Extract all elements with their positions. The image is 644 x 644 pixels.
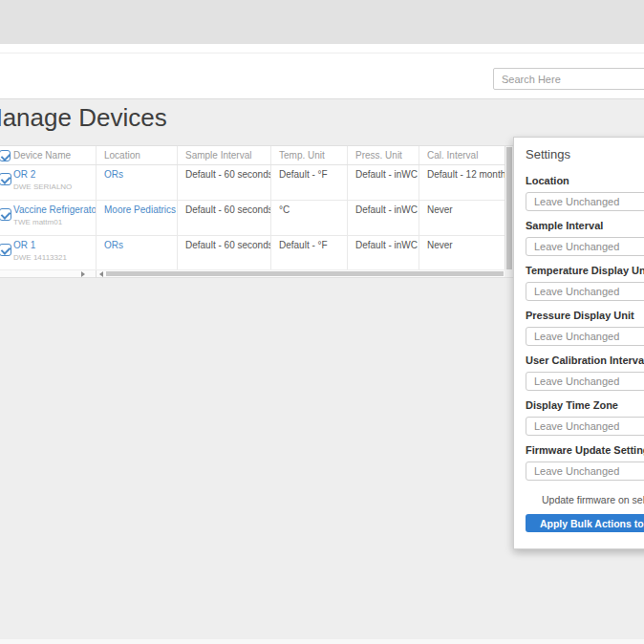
select-all-cell xyxy=(0,146,11,164)
device-serial: TWE mattm01 xyxy=(13,218,94,226)
row-select-cell xyxy=(0,236,11,270)
press-unit-value: Default - inWC xyxy=(347,201,419,235)
row-checkbox[interactable] xyxy=(0,208,11,221)
column-header-location[interactable]: Location xyxy=(96,146,177,164)
location-link[interactable]: Moore Pediatrics xyxy=(104,204,175,215)
table-row: Vaccine Refrigerator TWE mattm01 Moore P… xyxy=(0,201,513,236)
device-serial: DWE 14113321 xyxy=(13,253,94,262)
vertical-scrollbar-thumb[interactable] xyxy=(506,147,512,269)
table-row: OR 2 DWE SERIALNO ORs Default - 60 secon… xyxy=(0,165,513,201)
display-time-zone-select[interactable]: Leave Unchanged xyxy=(526,417,644,436)
firmware-update-settings-label: Firmware Update Settings xyxy=(526,444,644,456)
location-select[interactable]: Leave Unchanged xyxy=(526,192,644,211)
scroll-right-icon[interactable] xyxy=(81,271,85,277)
table-row: OR 1 DWE 14113321 ORs Default - 60 secon… xyxy=(0,236,513,271)
location-link[interactable]: ORs xyxy=(104,240,175,250)
temperature-display-unit-label: Temperature Display Unit xyxy=(526,265,644,276)
sample-interval-label: Sample Interval xyxy=(526,220,644,231)
cal-interval-value: Never xyxy=(419,201,504,235)
apply-bulk-actions-button[interactable]: Apply Bulk Actions to 3 Devices xyxy=(526,514,644,532)
pane-divider xyxy=(96,270,97,278)
display-time-zone-label: Display Time Zone xyxy=(526,399,644,411)
user-calibration-interval-label: User Calibration Interval xyxy=(526,354,644,366)
firmware-note: Update firmware on selected xyxy=(542,494,644,505)
device-name-link[interactable]: OR 2 xyxy=(13,169,94,180)
settings-panel: Settings Location Leave Unchanged Sample… xyxy=(513,137,644,549)
row-select-cell xyxy=(0,201,11,235)
settings-panel-title: Settings xyxy=(526,147,644,161)
search-input[interactable] xyxy=(493,68,644,90)
press-unit-value: Default - inWC xyxy=(347,165,419,200)
user-calibration-interval-select[interactable]: Leave Unchanged xyxy=(526,372,644,391)
scrollbar-corner xyxy=(504,269,513,277)
column-header-cal-interval[interactable]: Cal. Interval xyxy=(419,146,504,164)
column-header-sample-interval[interactable]: Sample Interval xyxy=(177,146,270,164)
device-name-link[interactable]: Vaccine Refrigerator xyxy=(13,204,94,215)
sample-interval-value: Default - 60 seconds xyxy=(177,201,270,235)
table-header-row: Device Name Location Sample Interval Tem… xyxy=(0,146,513,165)
location-link[interactable]: ORs xyxy=(104,169,175,180)
pressure-display-unit-select[interactable]: Leave Unchanged xyxy=(526,327,644,346)
scroll-left-icon[interactable] xyxy=(99,271,103,277)
page-title: Manage Devices xyxy=(0,103,167,132)
header-divider xyxy=(0,53,644,54)
column-header-device-name[interactable]: Device Name xyxy=(11,146,96,164)
temp-unit-value: °C xyxy=(270,201,347,235)
sample-interval-value: Default - 60 seconds xyxy=(177,165,270,200)
cal-interval-value: Default - 12 months xyxy=(419,165,504,200)
temp-unit-value: Default - °F xyxy=(270,236,347,270)
firmware-update-settings-select[interactable]: Leave Unchanged xyxy=(526,462,644,481)
column-header-press-unit[interactable]: Press. Unit xyxy=(347,146,419,164)
select-all-checkbox[interactable] xyxy=(0,150,11,161)
row-checkbox[interactable] xyxy=(0,244,11,256)
vertical-scrollbar[interactable] xyxy=(504,146,513,270)
temp-unit-value: Default - °F xyxy=(270,165,347,200)
column-header-temp-unit[interactable]: Temp. Unit xyxy=(270,146,347,164)
location-label: Location xyxy=(526,175,644,186)
sample-interval-value: Default - 60 seconds xyxy=(177,236,270,270)
device-name-link[interactable]: OR 1 xyxy=(13,240,94,250)
pressure-display-unit-label: Pressure Display Unit xyxy=(526,310,644,321)
devices-table: Device Name Location Sample Interval Tem… xyxy=(0,145,513,278)
sample-interval-select[interactable]: Leave Unchanged xyxy=(526,237,644,256)
temperature-display-unit-select[interactable]: Leave Unchanged xyxy=(526,282,644,301)
horizontal-scrollbar-thumb[interactable] xyxy=(106,271,504,276)
row-select-cell xyxy=(0,165,11,200)
bottom-strip xyxy=(0,639,644,644)
row-checkbox[interactable] xyxy=(0,173,11,185)
cal-interval-value: Never xyxy=(419,236,504,270)
top-app-bar xyxy=(0,0,644,44)
device-serial: DWE SERIALNO xyxy=(13,182,94,191)
press-unit-value: Default - inWC xyxy=(347,236,419,270)
horizontal-scrollbar[interactable] xyxy=(0,269,504,277)
